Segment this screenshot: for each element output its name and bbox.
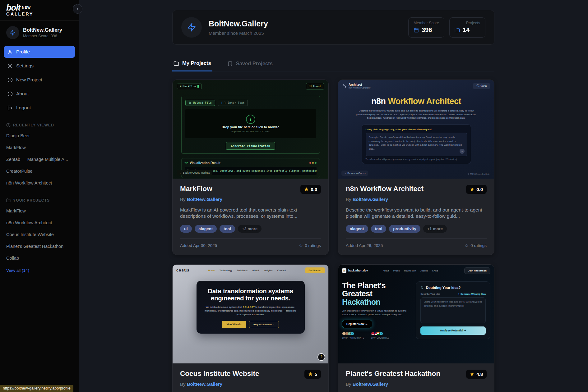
view-all-link[interactable]: View all (14) <box>0 264 79 277</box>
nav-label: About <box>16 91 29 97</box>
project-thumbnail[interactable]: ⌘ MarkFlow ⓘ About 🗎 Upload File { } Ent… <box>173 80 328 179</box>
project-thumbnail[interactable]: coeus Home Technology Solutions About In… <box>173 265 328 363</box>
tag[interactable]: tool <box>371 225 387 233</box>
recent-item[interactable]: Djudju Beer <box>0 130 79 142</box>
recently-viewed-title: RECENTLY VIEWED <box>13 123 54 127</box>
logo-gallery-text: GALLERY <box>6 11 72 16</box>
author-link[interactable]: BoltNew.Gallery <box>187 381 222 387</box>
zap-icon <box>10 30 16 36</box>
hackathon-logo: b <box>342 268 346 273</box>
sidebar-item-about[interactable]: About <box>4 88 75 100</box>
participant-avatars: + <box>342 332 364 335</box>
gear-icon <box>7 63 13 69</box>
idea-textarea: Share your hackathon idea and our AI wil… <box>420 297 486 323</box>
recently-viewed-section: RECENTLY VIEWED Djudju Beer MarkFlow Zen… <box>0 123 79 189</box>
sidebar-item-new-project[interactable]: New Project <box>4 74 75 86</box>
tab-my-projects[interactable]: My Projects <box>172 58 212 71</box>
zap-icon <box>187 23 196 32</box>
bolt-gallery-logo[interactable]: bolt NEW GALLERY <box>0 0 79 20</box>
sidebar-collapse-button[interactable] <box>73 4 82 14</box>
more-tags[interactable]: +1 more <box>423 225 447 233</box>
back-link: ← Return to Coeus <box>341 171 368 176</box>
register-now-button: Register Now → <box>342 320 372 328</box>
tab-saved-projects[interactable]: Saved Projects <box>226 58 274 71</box>
star-icon <box>470 372 475 376</box>
user-icon <box>7 49 13 55</box>
nav-label: Settings <box>16 63 34 69</box>
tag[interactable]: aiagent <box>346 225 368 233</box>
lightbulb-icon <box>420 286 424 289</box>
rating-badge: 4.8 <box>466 370 487 379</box>
author-link[interactable]: BoltNew.Gallery <box>353 381 388 387</box>
upload-icon: ↑ <box>246 115 255 124</box>
by-label: By <box>180 381 186 387</box>
author-link[interactable]: BoltNew.Gallery <box>353 197 388 202</box>
app-window: bolt NEW GALLERY BoltNew.Gallery Member … <box>0 0 588 392</box>
project-item[interactable]: Collab <box>0 252 79 264</box>
view-video-button: View Video ▷ <box>222 321 246 328</box>
tab-label: My Projects <box>182 60 211 66</box>
project-item[interactable]: MarkFlow <box>0 205 79 217</box>
request-demo-button: Request a Demo → <box>249 321 279 328</box>
project-description: MarkFlow is an AI-powered tool that conv… <box>180 207 321 220</box>
more-tags[interactable]: +2 more <box>238 225 262 233</box>
nodes-icon <box>343 84 347 88</box>
analyze-potential-button: Analyze Potential ✦ <box>420 326 486 335</box>
bookmark-icon <box>227 61 233 66</box>
enter-text-button: { } Enter Text <box>218 100 248 106</box>
workflow-request-textarea: Example: Create an n8n workflow that mon… <box>366 133 467 156</box>
avatar <box>6 26 19 39</box>
recent-item[interactable]: Zentab — Manage Multiple A... <box>0 153 79 165</box>
project-card-coeus: coeus Home Technology Solutions About In… <box>172 264 329 392</box>
added-date: Added Apr 30, 2025 <box>180 243 217 248</box>
added-date: Added Apr 26, 2025 <box>346 243 383 248</box>
project-thumbnail[interactable]: b hackathon.dev About Prizes How to Win … <box>338 265 494 363</box>
stat-value: 396 <box>422 26 432 34</box>
star-outline-icon: ☆ <box>465 243 469 248</box>
tag[interactable]: aiagent <box>195 225 217 233</box>
main-content: BoltNew.Gallery Member since March 2025 … <box>79 0 588 392</box>
your-projects-title: YOUR PROJECTS <box>13 198 50 203</box>
project-thumbnail[interactable]: Architect n8n Workflow Generator ⓘ About… <box>338 80 494 179</box>
sidebar: bolt NEW GALLERY BoltNew.Gallery Member … <box>0 0 79 392</box>
project-title[interactable]: Planet's Greatest Hackathon <box>346 370 440 378</box>
project-item[interactable]: n8n Workflow Architect <box>0 217 79 229</box>
recent-item[interactable]: CreatorPulse <box>0 165 79 177</box>
nav-label: Profile <box>16 49 30 55</box>
plus-circle-icon <box>7 77 13 83</box>
profile-avatar <box>181 17 202 38</box>
recent-item[interactable]: MarkFlow <box>0 142 79 153</box>
sidebar-profile-score: Member Score: 396 <box>23 34 62 38</box>
folder-icon <box>6 198 11 203</box>
rating-badge: 0.0 <box>300 185 321 194</box>
ratings-count[interactable]: ☆ 0 ratings <box>299 243 321 248</box>
by-label: By <box>346 381 351 387</box>
calendar-icon <box>414 27 419 33</box>
project-item[interactable]: Coeus Institute Website <box>0 229 79 240</box>
author-link[interactable]: BoltNew.Gallery <box>187 197 222 202</box>
star-icon <box>470 187 475 192</box>
sidebar-item-logout[interactable]: Logout <box>4 102 75 114</box>
project-title[interactable]: Coeus Institute Website <box>180 370 259 378</box>
chevron-left-icon <box>76 7 80 11</box>
tag[interactable]: ui <box>180 225 192 233</box>
project-item[interactable]: Planet's Greatest Hackathon <box>0 240 79 252</box>
generate-visualization-button: Generate Visualization <box>226 142 275 150</box>
help-chat-bubble: ? <box>317 353 325 361</box>
sidebar-item-profile[interactable]: Profile <box>4 46 75 58</box>
stat-value: 14 <box>463 26 470 34</box>
tag[interactable]: productivity <box>389 225 420 233</box>
copyright: © 2025 Coeus Institute <box>468 173 490 175</box>
project-title[interactable]: MarkFlow <box>180 185 212 193</box>
tag[interactable]: tool <box>220 225 235 233</box>
folder-icon <box>455 27 460 33</box>
ratings-count[interactable]: ☆ 0 ratings <box>465 243 487 248</box>
rating-badge: 5 <box>304 370 321 379</box>
member-since: Member since March 2025 <box>209 30 268 36</box>
logo-bolt-text: bolt <box>6 4 20 12</box>
projects-tabs: My Projects Saved Projects <box>172 58 494 71</box>
sidebar-item-settings[interactable]: Settings <box>4 60 75 72</box>
coeus-logo: coeus <box>176 268 190 273</box>
project-title[interactable]: n8n Workflow Architect <box>346 185 424 193</box>
recent-item[interactable]: n8n Workflow Architect <box>0 177 79 189</box>
